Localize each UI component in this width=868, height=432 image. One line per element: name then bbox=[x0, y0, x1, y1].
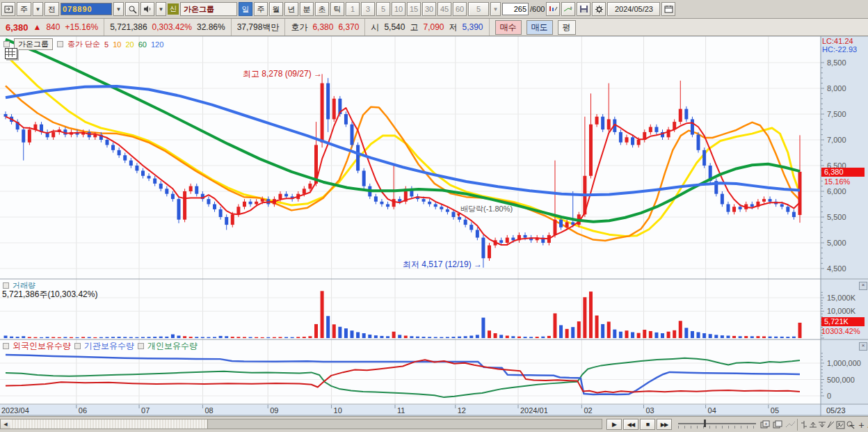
timeframe-second-button[interactable]: 초 bbox=[315, 2, 329, 16]
trendline-tool-icon[interactable]: + bbox=[561, 2, 575, 16]
minute-15-button[interactable]: 15 bbox=[407, 2, 421, 16]
volume-bar bbox=[344, 328, 348, 338]
chart-type-peak-icon[interactable] bbox=[808, 419, 817, 430]
annotation-text-tool[interactable]: A bbox=[865, 419, 868, 430]
fast-forward-button[interactable]: ▶▶ bbox=[657, 419, 672, 430]
candle-body bbox=[619, 132, 622, 143]
sell-button[interactable]: 매도 bbox=[527, 20, 553, 35]
legend-marker-icon[interactable] bbox=[57, 41, 63, 47]
avg-button[interactable]: 평 bbox=[558, 20, 576, 35]
timeframe-week-button[interactable]: 주 bbox=[254, 2, 268, 16]
candle-body bbox=[284, 194, 288, 197]
speaker-icon[interactable] bbox=[140, 2, 154, 16]
period-dropdown[interactable]: 주 bbox=[17, 2, 31, 16]
minute-30-button[interactable]: 30 bbox=[422, 2, 436, 16]
candle-body bbox=[374, 196, 378, 201]
volume-bar bbox=[786, 337, 789, 338]
candle-body bbox=[225, 217, 228, 225]
play-button[interactable]: ▶ bbox=[606, 419, 622, 430]
search-icon[interactable] bbox=[125, 2, 139, 16]
speaker-dropdown-arrow-icon[interactable]: ▼ bbox=[156, 2, 166, 16]
trade-value: 37,798백만 bbox=[237, 22, 280, 33]
stock-name[interactable]: 가온그룹 bbox=[180, 2, 237, 16]
minute-45-button[interactable]: 45 bbox=[437, 2, 451, 16]
timeframe-tick-button[interactable]: 틱 bbox=[330, 2, 344, 16]
legend-ma60: 60 bbox=[138, 40, 147, 49]
minute-60-button[interactable]: 60 bbox=[453, 2, 467, 16]
minute-3-button[interactable]: 3 bbox=[361, 2, 375, 16]
legend-marker-icon[interactable] bbox=[74, 343, 81, 349]
minute-10-button[interactable]: 10 bbox=[392, 2, 405, 16]
volume-bar bbox=[721, 335, 724, 338]
timeframe-minute-button[interactable]: 분 bbox=[300, 2, 314, 16]
timeframe-day-button[interactable]: 일 bbox=[239, 2, 252, 16]
chart-type-bar-icon[interactable] bbox=[799, 419, 808, 430]
trend-tool-icon[interactable] bbox=[785, 419, 796, 430]
timeframe-year-button[interactable]: 년 bbox=[284, 2, 298, 16]
bar-max-label: /600 bbox=[530, 5, 545, 13]
candle-body bbox=[351, 125, 354, 145]
legend-ma5: 5 bbox=[104, 40, 108, 49]
volume-bar bbox=[529, 337, 533, 338]
volume-bar bbox=[28, 337, 31, 338]
speed-slider-thumb[interactable] bbox=[704, 419, 706, 427]
compare-chart-icon[interactable] bbox=[546, 2, 560, 16]
candle-body bbox=[750, 205, 754, 207]
chart-date-field[interactable]: 2024/05/23 bbox=[607, 2, 660, 16]
bar-count-input[interactable] bbox=[502, 3, 529, 15]
legend-marker-icon[interactable] bbox=[3, 343, 9, 349]
volume-bar bbox=[76, 337, 79, 338]
stock-code-input[interactable] bbox=[61, 3, 112, 15]
candle-body bbox=[129, 161, 133, 166]
chart-hscrollbar[interactable]: ◀ bbox=[0, 419, 602, 429]
legend-marker-icon[interactable] bbox=[3, 282, 9, 289]
period-dropdown-arrow-icon[interactable]: ▼ bbox=[33, 2, 43, 16]
add-window-icon[interactable]: + bbox=[760, 419, 771, 430]
timeframe-month-button[interactable]: 월 bbox=[269, 2, 283, 16]
ownership-panel-close-icon[interactable]: × bbox=[859, 342, 867, 351]
legend-marker-icon[interactable] bbox=[3, 41, 10, 47]
chart-canvas[interactable]: 8,5008,0007,5007,0006,5006,0005,5005,000… bbox=[0, 36, 868, 416]
buy-button[interactable]: 매수 bbox=[495, 20, 522, 35]
volume-bar bbox=[93, 337, 97, 338]
calendar-icon[interactable] bbox=[661, 2, 675, 16]
speed-slider-track[interactable] bbox=[678, 423, 756, 424]
scrollbar-thumb[interactable] bbox=[10, 419, 208, 429]
volume-bar bbox=[368, 335, 371, 338]
cascade-windows-icon[interactable] bbox=[772, 419, 784, 430]
candle-body bbox=[451, 212, 455, 217]
legend-stock-name[interactable]: 가온그룹 bbox=[14, 38, 53, 50]
settings-gear-icon[interactable] bbox=[592, 2, 606, 16]
minute-select-arrow-icon[interactable]: ▼ bbox=[490, 2, 501, 16]
candle-body bbox=[135, 166, 138, 170]
stop-button[interactable]: ■ bbox=[640, 419, 655, 430]
snapshot-image-icon[interactable] bbox=[835, 419, 845, 430]
candle-body bbox=[625, 137, 628, 142]
volume-bar bbox=[625, 330, 628, 338]
candle-body bbox=[469, 225, 473, 230]
candle-body bbox=[786, 207, 789, 211]
chart-type-valley-icon[interactable] bbox=[817, 419, 826, 430]
minute-5-button[interactable]: 5 bbox=[376, 2, 390, 16]
data-table-icon[interactable] bbox=[5, 48, 17, 59]
minute-1-button[interactable]: 1 bbox=[346, 2, 360, 16]
save-icon[interactable] bbox=[577, 2, 590, 16]
candle-body bbox=[524, 235, 527, 238]
volume-panel-close-icon[interactable]: × bbox=[859, 282, 867, 290]
chart-type-slope-icon[interactable] bbox=[826, 419, 835, 430]
rewind-button[interactable]: ◀◀ bbox=[623, 419, 638, 430]
minute-select[interactable]: 5 bbox=[468, 2, 489, 16]
volume-bar bbox=[643, 330, 646, 338]
candle-body bbox=[762, 199, 766, 202]
window-toggle-icon[interactable] bbox=[1, 2, 15, 16]
code-dropdown-arrow-icon[interactable]: ▼ bbox=[113, 2, 124, 16]
candle-body bbox=[4, 114, 8, 117]
right-arrow-icon: → bbox=[314, 69, 322, 79]
scroll-left-arrow-icon[interactable]: ◀ bbox=[1, 419, 11, 429]
quote-value-group: 37,798백만 bbox=[232, 19, 286, 35]
candle-body bbox=[732, 207, 736, 211]
legend-marker-icon[interactable] bbox=[138, 343, 144, 349]
price-change: 840 bbox=[46, 22, 60, 32]
high-price: 7,090 bbox=[423, 22, 444, 32]
prev-stock-button[interactable]: 전 bbox=[45, 2, 59, 16]
